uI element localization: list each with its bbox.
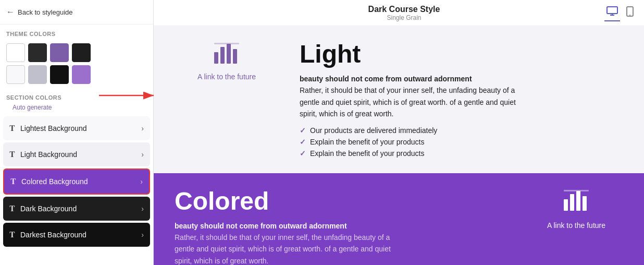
colored-link-text: A link to the future bbox=[547, 221, 605, 230]
svg-point-6 bbox=[629, 15, 630, 16]
section-item-dark-label: Dark Background bbox=[20, 204, 77, 213]
section-item-light[interactable]: 𝐓 Light Background › bbox=[3, 142, 150, 166]
swatch-white[interactable] bbox=[6, 43, 25, 62]
section-colors-label: SECTION COLORS bbox=[6, 94, 61, 101]
color-grid bbox=[0, 40, 153, 90]
theme-colors-label: THEME COLORS bbox=[0, 25, 153, 40]
light-body: beauty should not come from outward ador… bbox=[300, 73, 518, 120]
chevron-right-light-icon: › bbox=[141, 150, 144, 159]
chevron-right-lightest-icon: › bbox=[141, 124, 144, 132]
svg-rect-13 bbox=[570, 194, 574, 211]
device-icons bbox=[604, 4, 636, 21]
section-item-lightest-icon: 𝐓 bbox=[9, 124, 15, 133]
preview-colored-right: A link to the future bbox=[529, 189, 623, 230]
section-item-darkest[interactable]: 𝐓 Darkest Background › bbox=[3, 223, 150, 247]
svg-rect-7 bbox=[214, 52, 218, 64]
section-item-dark-left: 𝐓 Dark Background bbox=[9, 204, 77, 213]
svg-rect-14 bbox=[576, 191, 580, 211]
checklist-item: Explain the benefit of your products bbox=[300, 149, 518, 158]
section-item-light-label: Light Background bbox=[20, 150, 77, 159]
top-bar: Dark Course Style Single Grain bbox=[154, 0, 644, 26]
desktop-icon[interactable] bbox=[604, 4, 620, 21]
section-item-colored-label: Colored Background bbox=[21, 177, 88, 186]
swatch-light-purple[interactable] bbox=[72, 65, 91, 84]
preview-colored-section: Colored beauty should not come from outw… bbox=[154, 173, 644, 265]
section-item-colored[interactable]: 𝐓 Colored Background › bbox=[3, 168, 150, 195]
swatch-gray[interactable] bbox=[28, 65, 47, 84]
light-checklist: Our products are delivered immediately E… bbox=[300, 126, 518, 158]
mobile-icon[interactable] bbox=[624, 4, 636, 21]
preview-area: A link to the future Light beauty should… bbox=[154, 26, 644, 265]
svg-rect-11 bbox=[214, 43, 239, 44]
back-arrow-icon: ← bbox=[6, 7, 15, 17]
light-heading: Light bbox=[300, 42, 518, 67]
swatch-black[interactable] bbox=[50, 65, 69, 84]
swatch-lightest[interactable] bbox=[6, 65, 25, 84]
svg-rect-15 bbox=[583, 196, 587, 211]
section-item-dark[interactable]: 𝐓 Dark Background › bbox=[3, 197, 150, 221]
light-link-text: A link to the future bbox=[197, 73, 256, 81]
preview-light-left: A link to the future bbox=[175, 42, 279, 81]
checklist-item: Our products are delivered immediately bbox=[300, 126, 518, 135]
page-title-area: Dark Course Style Single Grain bbox=[368, 5, 440, 21]
section-item-colored-left: 𝐓 Colored Background bbox=[10, 177, 88, 186]
bar-chart-icon bbox=[213, 42, 240, 68]
swatch-purple[interactable] bbox=[50, 43, 69, 62]
preview-colored-left: Colored beauty should not come from outw… bbox=[175, 189, 393, 265]
svg-rect-12 bbox=[564, 199, 568, 211]
section-item-lightest-label: Lightest Background bbox=[20, 124, 87, 132]
swatch-darkest[interactable] bbox=[72, 43, 91, 62]
preview-light-right: Light beauty should not come from outwar… bbox=[300, 42, 518, 158]
svg-rect-8 bbox=[220, 47, 225, 64]
checklist-item: Explain the benefit of your products bbox=[300, 138, 518, 146]
colored-body: beauty should not come from outward ador… bbox=[175, 220, 393, 265]
section-item-colored-icon: 𝐓 bbox=[10, 177, 16, 186]
section-colors-row: SECTION COLORS bbox=[0, 90, 153, 101]
colored-heading: Colored bbox=[175, 189, 393, 214]
svg-rect-2 bbox=[607, 7, 617, 14]
sidebar: ← Back to styleguide THEME COLORS SECTIO… bbox=[0, 0, 154, 265]
section-item-dark-icon: 𝐓 bbox=[9, 204, 15, 213]
svg-rect-16 bbox=[564, 190, 589, 191]
section-item-darkest-label: Darkest Background bbox=[20, 231, 86, 239]
preview-light-section: A link to the future Light beauty should… bbox=[154, 26, 644, 173]
page-subtitle: Single Grain bbox=[368, 14, 440, 21]
chevron-right-colored-icon: › bbox=[140, 177, 143, 186]
back-label: Back to styleguide bbox=[18, 8, 73, 16]
svg-rect-10 bbox=[233, 49, 237, 64]
back-button[interactable]: ← Back to styleguide bbox=[0, 0, 153, 25]
chevron-right-dark-icon: › bbox=[141, 204, 144, 213]
section-item-lightest-left: 𝐓 Lightest Background bbox=[9, 124, 87, 133]
section-item-light-left: 𝐓 Light Background bbox=[9, 150, 77, 159]
colored-bar-chart-icon bbox=[563, 189, 590, 217]
chevron-right-darkest-icon: › bbox=[141, 231, 144, 239]
swatch-dark[interactable] bbox=[28, 43, 47, 62]
page-title: Dark Course Style bbox=[368, 5, 440, 14]
svg-rect-9 bbox=[227, 44, 231, 64]
section-item-darkest-icon: 𝐓 bbox=[9, 230, 15, 239]
main-content: Dark Course Style Single Grain bbox=[154, 0, 644, 265]
section-item-lightest[interactable]: 𝐓 Lightest Background › bbox=[3, 116, 150, 140]
section-item-light-icon: 𝐓 bbox=[9, 150, 15, 159]
auto-generate-link[interactable]: Auto generate bbox=[6, 102, 58, 115]
section-item-darkest-left: 𝐓 Darkest Background bbox=[9, 230, 86, 239]
